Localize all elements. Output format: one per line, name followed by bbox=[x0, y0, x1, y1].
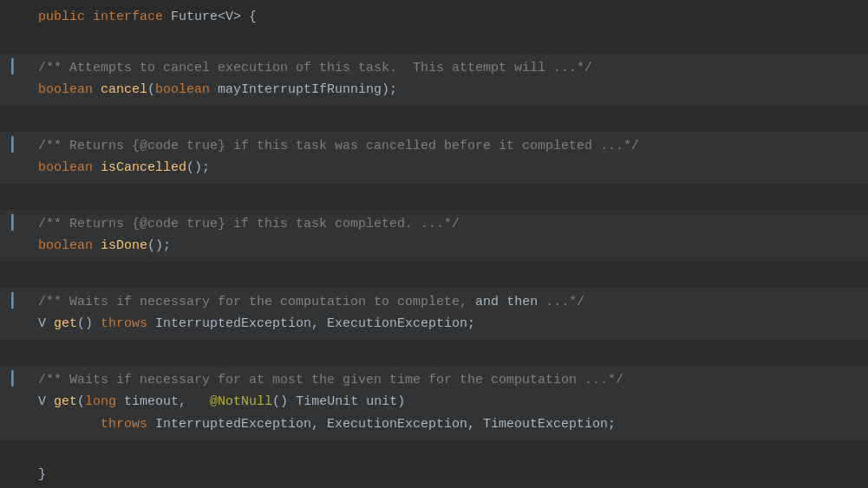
line-content-code-cancel: boolean cancel(boolean mayInterruptIfRun… bbox=[24, 80, 868, 101]
keyword-throws-1: throws bbox=[101, 316, 147, 331]
line-content-e5 bbox=[24, 342, 868, 362]
line-code-get2-sig: V get(long timeout, @NotNull() TimeUnit … bbox=[0, 392, 868, 414]
get2-exceptions: InterruptedException, ExecutionException… bbox=[147, 417, 616, 432]
comment-get2: /** Waits if necessary for at most the g… bbox=[38, 373, 623, 387]
get-parens: () bbox=[77, 316, 101, 331]
line-content-comment-get: /** Waits if necessary for the computati… bbox=[24, 292, 868, 313]
line-content-e4 bbox=[24, 264, 868, 284]
block-marker-cancel: ▎ bbox=[11, 60, 20, 75]
keyword-long: long bbox=[85, 394, 116, 409]
block-marker-isdone: ▎ bbox=[11, 216, 20, 231]
line-code-iscancelled: boolean isCancelled(); bbox=[0, 158, 868, 180]
cancel-param: mayInterruptIfRunning); bbox=[210, 82, 397, 97]
line-comment-get2: ▎ /** Waits if necessary for at most the… bbox=[0, 369, 868, 392]
line-1: public interface Future<V> { bbox=[0, 7, 868, 29]
line-content-code-iscancelled: boolean isCancelled(); bbox=[24, 158, 868, 179]
isdone-parens: (); bbox=[147, 238, 171, 253]
method-get2: get bbox=[54, 394, 77, 409]
block-get: ▎ /** Waits if necessary for the computa… bbox=[0, 288, 868, 340]
block-cancel: ▎ /** Attempts to cancel execution of th… bbox=[0, 54, 868, 106]
line-content-code-get2-throws: throws InterruptedException, ExecutionEx… bbox=[24, 414, 868, 435]
code-editor: public interface Future<V> { ▎ /** Attem… bbox=[0, 0, 868, 488]
comment-get: /** Waits if necessary for the computati… bbox=[38, 295, 584, 309]
line-content-e3 bbox=[24, 185, 868, 206]
line-code-get2-throws: throws InterruptedException, ExecutionEx… bbox=[0, 414, 868, 437]
get2-return-type: V bbox=[38, 394, 54, 409]
keyword-boolean-3: boolean bbox=[38, 238, 93, 253]
gutter-g21: ▎ bbox=[7, 369, 24, 392]
line-content-code-isdone: boolean isDone(); bbox=[24, 236, 868, 257]
line-content-code-get2-sig: V get(long timeout, @NotNull() TimeUnit … bbox=[24, 392, 868, 413]
line-empty-1 bbox=[0, 29, 868, 52]
method-isdone: isDone bbox=[101, 238, 147, 253]
cancel-paren-open: ( bbox=[147, 82, 155, 97]
line-comment-get: ▎ /** Waits if necessary for the computa… bbox=[0, 291, 868, 314]
class-name: Future<V> { bbox=[171, 10, 257, 24]
line-code-isdone: boolean isDone(); bbox=[0, 236, 868, 258]
line-code-cancel: boolean cancel(boolean mayInterruptIfRun… bbox=[0, 80, 868, 102]
line-content-comment-isdone: /** Returns {@code true} if this task co… bbox=[24, 214, 868, 235]
line-content-e6 bbox=[24, 442, 868, 463]
line-comment-isdone: ▎ /** Returns {@code true} if this task … bbox=[0, 213, 868, 236]
keyword-boolean-param: boolean bbox=[155, 82, 210, 97]
keyword-boolean-1: boolean bbox=[38, 82, 93, 97]
line-comment-iscancelled: ▎ /** Returns {@code true} if this task … bbox=[0, 135, 868, 158]
line-comment-cancel: ▎ /** Attempts to cancel execution of th… bbox=[0, 57, 868, 80]
comment-isdone: /** Returns {@code true} if this task co… bbox=[38, 217, 460, 231]
block-marker-iscancelled: ▎ bbox=[11, 138, 20, 153]
block-isdone: ▎ /** Returns {@code true} if this task … bbox=[0, 210, 868, 262]
line-content-e2 bbox=[24, 107, 868, 128]
method-cancel: cancel bbox=[101, 82, 147, 97]
line-closing-brace: } bbox=[0, 465, 868, 487]
get2-annotation-parens: () bbox=[272, 394, 296, 409]
block-marker-get: ▎ bbox=[11, 294, 20, 309]
keyword-public: public bbox=[38, 10, 85, 24]
keyword-interface: interface bbox=[93, 10, 163, 24]
get-return-type: V bbox=[38, 316, 54, 331]
line-empty-5 bbox=[0, 342, 868, 364]
line-content-comment-get2: /** Waits if necessary for at most the g… bbox=[24, 370, 868, 391]
line-empty-6 bbox=[0, 442, 868, 465]
line-content-comment-cancel: /** Attempts to cancel execution of this… bbox=[24, 58, 868, 79]
line-content-1: public interface Future<V> { bbox=[24, 7, 868, 28]
block-marker-get2: ▎ bbox=[11, 372, 20, 387]
annotation-notnull: @NotNull bbox=[210, 394, 272, 409]
method-get: get bbox=[54, 316, 77, 331]
line-code-get: V get() throws InterruptedException, Exe… bbox=[0, 314, 868, 336]
get2-timeunit-type: TimeUnit unit) bbox=[296, 394, 405, 409]
gutter-g1: ▎ bbox=[7, 291, 24, 314]
keyword-boolean-2: boolean bbox=[38, 160, 93, 175]
method-iscancelled: isCancelled bbox=[101, 160, 186, 175]
keyword-throws-2: throws bbox=[101, 417, 147, 432]
line-content-code-get: V get() throws InterruptedException, Exe… bbox=[24, 314, 868, 335]
block-get2: ▎ /** Waits if necessary for at most the… bbox=[0, 366, 868, 440]
comment-iscancelled: /** Returns {@code true} if this task wa… bbox=[38, 139, 639, 153]
line-empty-3 bbox=[0, 185, 868, 208]
get2-paren-open: ( bbox=[77, 394, 85, 409]
iscancelled-parens: (); bbox=[186, 160, 210, 175]
line-content-e1 bbox=[24, 29, 868, 50]
line-empty-2 bbox=[0, 107, 868, 130]
gutter-ic1: ▎ bbox=[7, 135, 24, 158]
gutter-id1: ▎ bbox=[7, 213, 24, 236]
line-empty-4 bbox=[0, 264, 868, 286]
get-exceptions: InterruptedException, ExecutionException… bbox=[147, 316, 475, 331]
comment-cancel: /** Attempts to cancel execution of this… bbox=[38, 61, 592, 75]
line-content-closing-brace: } bbox=[24, 465, 868, 485]
gutter-c1: ▎ bbox=[7, 57, 24, 80]
block-iscancelled: ▎ /** Returns {@code true} if this task … bbox=[0, 132, 868, 184]
get2-timeout-param: timeout, bbox=[116, 394, 210, 409]
closing-brace: } bbox=[38, 467, 46, 482]
line-content-comment-iscancelled: /** Returns {@code true} if this task wa… bbox=[24, 136, 868, 157]
